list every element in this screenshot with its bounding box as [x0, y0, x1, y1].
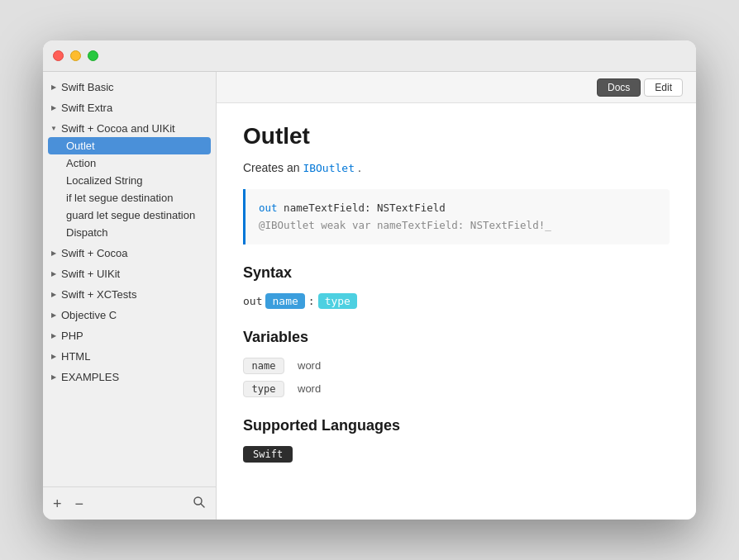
- chevron-icon-swift-uikit: [50, 270, 58, 278]
- sidebar-group-swift-cocoa-uikit: Swift + Cocoa and UIKit Outlet Action Lo…: [43, 118, 216, 243]
- sidebar-group-header-examples[interactable]: EXAMPLES: [43, 368, 216, 386]
- sidebar-group-label-examples: EXAMPLES: [61, 371, 119, 383]
- sidebar-group-objective-c: Objective C: [43, 305, 216, 325]
- var-row-name: name word: [243, 358, 670, 374]
- variables-table: name word type word: [243, 358, 670, 397]
- supported-languages: Swift: [243, 446, 670, 463]
- page-title: Outlet: [243, 123, 670, 149]
- chevron-icon-objective-c: [50, 311, 58, 320]
- sidebar-group-html: HTML: [43, 346, 216, 367]
- sidebar-group-label-php: PHP: [61, 330, 83, 342]
- sidebar-group-header-html[interactable]: HTML: [43, 348, 216, 365]
- sidebar-group-label-swift-cocoa: Swift + Cocoa: [61, 247, 128, 259]
- close-button[interactable]: [53, 50, 64, 61]
- var-desc-name: word: [298, 359, 321, 372]
- chevron-icon-swift-cocoa-uikit: [50, 125, 58, 133]
- sidebar: Swift Basic Swift Extra Swift + Cocoa an…: [43, 72, 217, 520]
- code-line-2: @IBOutlet weak var nameTextField: NSText…: [259, 216, 656, 234]
- lang-badge-swift: Swift: [243, 446, 293, 463]
- sidebar-footer: + −: [43, 486, 216, 520]
- var-row-type: type word: [243, 381, 670, 397]
- sidebar-group-swift-cocoa: Swift + Cocoa: [43, 243, 216, 263]
- var-name-type: type: [243, 381, 284, 397]
- code-line1-text: nameTextField: NSTextField: [284, 202, 446, 214]
- description-suffix: .: [358, 161, 361, 174]
- var-name-name: name: [243, 358, 284, 374]
- syntax-line: out name : type: [243, 293, 670, 309]
- sidebar-group-header-swift-cocoa[interactable]: Swift + Cocoa: [43, 244, 216, 262]
- page-description: Creates an IBOutlet .: [243, 161, 670, 174]
- sidebar-group-swift-uikit: Swift + UIKit: [43, 263, 216, 284]
- sidebar-subitems-swift-cocoa-uikit: Outlet Action Localized String if let se…: [43, 137, 216, 241]
- titlebar: [43, 40, 696, 72]
- sidebar-item-localized-string[interactable]: Localized String: [43, 172, 216, 189]
- sidebar-items: Swift Basic Swift Extra Swift + Cocoa an…: [43, 72, 216, 486]
- code-comment-text: @IBOutlet weak var nameTextField: NSText…: [259, 219, 551, 231]
- content-area: Swift Basic Swift Extra Swift + Cocoa an…: [43, 72, 696, 520]
- minimize-button[interactable]: [70, 50, 81, 61]
- code-keyword-out: out: [259, 202, 278, 214]
- sidebar-group-swift-extra: Swift Extra: [43, 97, 216, 118]
- sidebar-item-dispatch[interactable]: Dispatch: [43, 224, 216, 241]
- sidebar-group-header-swift-extra[interactable]: Swift Extra: [43, 99, 216, 116]
- description-code: IBOutlet: [303, 162, 355, 174]
- syntax-type-tag: type: [318, 293, 357, 309]
- chevron-icon-html: [50, 353, 58, 361]
- syntax-out-keyword: out: [243, 295, 262, 307]
- main-panel: Docs Edit Outlet Creates an IBOutlet . o…: [217, 72, 696, 520]
- docs-button[interactable]: Docs: [597, 78, 641, 97]
- add-button[interactable]: +: [53, 496, 62, 511]
- supported-languages-title: Supported Languages: [243, 417, 670, 434]
- description-prefix: Creates an: [243, 161, 299, 174]
- sidebar-group-swift-xctests: Swift + XCTests: [43, 284, 216, 305]
- svg-line-1: [201, 504, 204, 507]
- sidebar-group-label-swift-uikit: Swift + UIKit: [61, 268, 120, 280]
- code-block: out nameTextField: NSTextField @IBOutlet…: [243, 189, 670, 244]
- sidebar-group-header-swift-xctests[interactable]: Swift + XCTests: [43, 286, 216, 303]
- maximize-button[interactable]: [88, 50, 98, 61]
- main-toolbar: Docs Edit: [217, 72, 696, 103]
- sidebar-group-label-swift-xctests: Swift + XCTests: [61, 288, 136, 301]
- syntax-section-title: Syntax: [243, 264, 670, 282]
- chevron-icon-swift-cocoa: [50, 249, 58, 258]
- variables-section-title: Variables: [243, 329, 670, 346]
- chevron-icon-php: [50, 332, 58, 340]
- sidebar-group-header-swift-uikit[interactable]: Swift + UIKit: [43, 265, 216, 282]
- sidebar-group-label-html: HTML: [61, 350, 90, 363]
- sidebar-group-label-swift-basic: Swift Basic: [61, 81, 114, 93]
- syntax-name-tag: name: [265, 293, 304, 309]
- sidebar-group-label-swift-cocoa-uikit: Swift + Cocoa and UIKit: [61, 122, 175, 135]
- chevron-icon-swift-extra: [50, 104, 58, 112]
- sidebar-group-swift-basic: Swift Basic: [43, 77, 216, 97]
- sidebar-item-outlet[interactable]: Outlet: [48, 137, 211, 154]
- sidebar-group-header-swift-basic[interactable]: Swift Basic: [43, 78, 216, 96]
- search-icon[interactable]: [193, 496, 206, 512]
- var-desc-type: word: [298, 382, 321, 395]
- sidebar-group-php: PHP: [43, 325, 216, 346]
- remove-button[interactable]: −: [75, 496, 84, 511]
- sidebar-group-examples: EXAMPLES: [43, 367, 216, 387]
- edit-button[interactable]: Edit: [644, 78, 683, 97]
- syntax-colon: :: [308, 295, 315, 307]
- code-line-1: out nameTextField: NSTextField: [259, 199, 656, 216]
- chevron-icon-swift-basic: [50, 83, 58, 92]
- sidebar-group-header-php[interactable]: PHP: [43, 327, 216, 344]
- sidebar-item-action[interactable]: Action: [43, 154, 216, 172]
- sidebar-group-label-objective-c: Objective C: [61, 309, 117, 321]
- sidebar-group-header-objective-c[interactable]: Objective C: [43, 306, 216, 324]
- main-content: Outlet Creates an IBOutlet . out nameTex…: [217, 103, 696, 520]
- sidebar-group-header-swift-cocoa-uikit[interactable]: Swift + Cocoa and UIKit: [43, 120, 216, 137]
- chevron-icon-examples: [50, 373, 58, 382]
- app-window: Swift Basic Swift Extra Swift + Cocoa an…: [43, 40, 696, 520]
- sidebar-group-label-swift-extra: Swift Extra: [61, 102, 112, 114]
- sidebar-item-guard-let-segue[interactable]: guard let segue destination: [43, 206, 216, 224]
- chevron-icon-swift-xctests: [50, 291, 58, 299]
- sidebar-item-if-let-segue[interactable]: if let segue destination: [43, 189, 216, 206]
